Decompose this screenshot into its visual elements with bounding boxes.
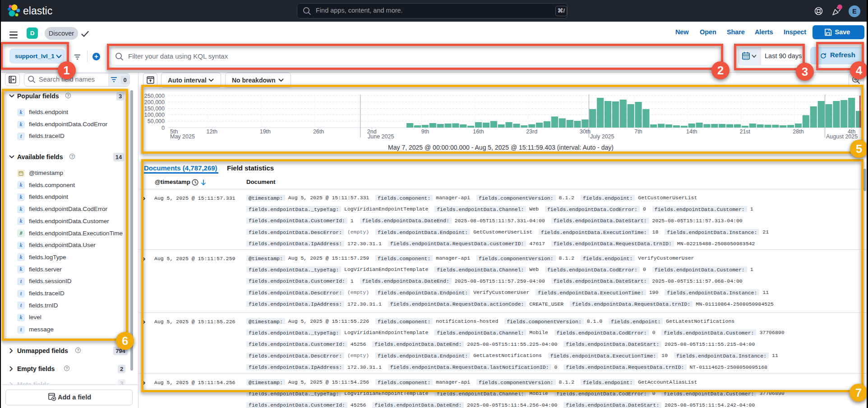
svg-text:?: ? [65, 366, 68, 371]
svg-text:?: ? [77, 348, 79, 353]
